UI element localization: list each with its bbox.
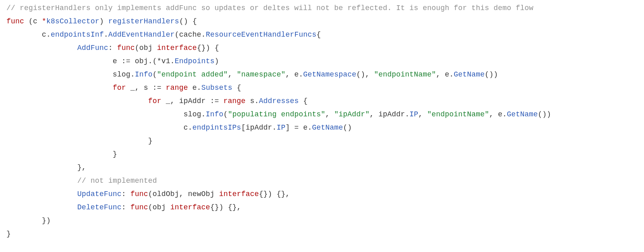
code-text: (obj: [148, 203, 170, 211]
code-text: , e.: [489, 110, 507, 118]
code-text: :: [122, 190, 130, 198]
code-text: ): [215, 57, 219, 65]
code-comment: // registerHandlers only implements addF…: [6, 4, 533, 12]
code-field: Addresses: [259, 97, 299, 105]
code-type: k8sCollector: [46, 17, 99, 25]
code-text: {: [316, 31, 321, 39]
code-method: GetName: [312, 124, 343, 132]
code-keyword-func: func: [130, 203, 148, 211]
code-field: IP: [409, 110, 418, 118]
code-method: Info: [135, 70, 153, 78]
code-text: [6, 177, 77, 185]
code-keyword-func: func: [130, 190, 148, 198]
code-text: ()): [538, 110, 551, 118]
code-text: (cache.: [175, 31, 206, 39]
code-text: slog.: [184, 110, 206, 118]
code-type: ResourceEventHandlerFuncs: [206, 31, 316, 39]
code-keyword-interface: interface: [219, 190, 259, 198]
code-field: AddFunc: [77, 44, 108, 52]
code-string: "endpointName": [427, 110, 489, 118]
code-field: endpintsIPs: [192, 124, 241, 132]
code-text: [6, 190, 77, 198]
code-field: UpdateFunc: [77, 190, 122, 198]
code-type: Endpoints: [175, 57, 215, 65]
code-text: {}) {},: [259, 190, 290, 198]
code-text: (): [343, 124, 352, 132]
code-string: "namespace": [237, 70, 285, 78]
code-text: [6, 84, 113, 92]
go-code-block: // registerHandlers only implements addF…: [0, 0, 644, 247]
code-keyword-range: range: [166, 84, 188, 92]
code-keyword-func: func: [6, 17, 24, 25]
code-text: {: [232, 84, 241, 92]
code-text: () {: [179, 17, 197, 25]
code-method: GetName: [507, 110, 538, 118]
code-text: , e.: [285, 70, 303, 78]
code-text: [6, 44, 77, 52]
code-text: [6, 124, 184, 132]
code-keyword-for: for: [148, 97, 161, 105]
code-text: {}) {: [197, 44, 219, 52]
code-field: Subsets: [201, 84, 232, 92]
code-keyword-interface: interface: [170, 203, 210, 211]
code-text: [6, 203, 77, 211]
code-text: , ipAddr.: [369, 110, 409, 118]
code-string: "ipAddr": [334, 110, 369, 118]
code-comment: // not implemented: [77, 177, 157, 185]
code-text: ,: [325, 110, 334, 118]
code-text: (oldObj, newObj: [148, 190, 219, 198]
code-text: [ipAddr.: [241, 124, 277, 132]
code-text: (: [153, 70, 157, 78]
code-keyword-range: range: [223, 97, 246, 105]
code-text: (: [223, 110, 228, 118]
code-text: c.: [6, 31, 51, 39]
code-text: },: [6, 163, 86, 171]
code-text: ,: [418, 110, 427, 118]
code-text: e.: [188, 84, 201, 92]
code-text: ,: [228, 70, 237, 78]
code-text: {}) {},: [210, 203, 241, 211]
code-text: _, s :=: [126, 84, 166, 92]
code-text: , e.: [436, 70, 454, 78]
code-text: e := obj.(*v1.: [113, 57, 175, 65]
code-text: .: [104, 31, 108, 39]
code-text: ] = e.: [285, 124, 312, 132]
code-string: "endpoint added": [157, 70, 228, 78]
code-text: [6, 70, 113, 78]
code-text: }: [6, 137, 153, 145]
code-method: GetName: [454, 70, 485, 78]
code-field: DeleteFunc: [77, 203, 122, 211]
code-text: c.: [184, 124, 192, 132]
code-method: Info: [206, 110, 223, 118]
code-function-name: registerHandlers: [108, 17, 179, 25]
code-text: {: [299, 97, 308, 105]
code-text: }: [6, 230, 11, 238]
code-text: }): [6, 217, 51, 225]
code-text: }: [6, 150, 117, 158]
code-field: endpointsInf: [51, 31, 104, 39]
code-text: (c: [24, 17, 42, 25]
code-keyword-for: for: [113, 84, 126, 92]
code-field: IP: [277, 124, 285, 132]
code-text: :: [108, 44, 117, 52]
code-keyword-func: func: [117, 44, 135, 52]
code-text: [6, 110, 184, 118]
code-text: s.: [246, 97, 259, 105]
code-text: ): [99, 17, 108, 25]
code-text: slog.: [113, 70, 135, 78]
code-method: AddEventHandler: [108, 31, 175, 39]
code-method: GetNamespace: [303, 70, 356, 78]
code-text: :: [122, 203, 130, 211]
code-text: [6, 97, 148, 105]
code-keyword-interface: interface: [157, 44, 197, 52]
code-text: _, ipAddr :=: [161, 97, 223, 105]
code-string: "endpointName": [374, 70, 436, 78]
code-string: "populating endpoints": [228, 110, 325, 118]
code-text: [6, 57, 113, 65]
code-pointer-star: *: [42, 17, 46, 25]
code-text: (obj: [135, 44, 157, 52]
code-text: (),: [356, 70, 374, 78]
code-text: ()): [485, 70, 498, 78]
